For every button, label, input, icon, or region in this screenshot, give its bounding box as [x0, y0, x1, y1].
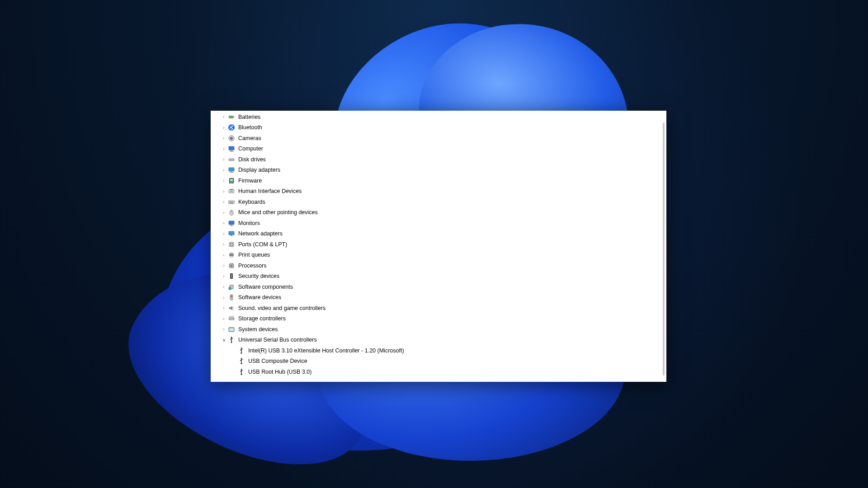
device-category-universal-serial-bus-controllers[interactable]: ∨Universal Serial Bus controllers	[217, 335, 661, 346]
device-category-keyboards[interactable]: ›Keyboards	[217, 197, 661, 207]
category-label: Print queues	[238, 252, 270, 258]
device-category-bluetooth[interactable]: ›Bluetooth	[217, 122, 661, 133]
device-category-monitors[interactable]: ›Monitors	[217, 218, 661, 229]
network-icon	[228, 230, 235, 237]
expand-caret-icon[interactable]: ›	[221, 242, 227, 247]
device-category-firmware[interactable]: ›Firmware	[217, 175, 661, 186]
expand-caret-icon[interactable]: ›	[221, 263, 227, 268]
security-icon	[228, 272, 235, 280]
expand-caret-icon[interactable]: ›	[221, 125, 227, 130]
device-category-display-adapters[interactable]: ›Display adapters	[217, 165, 661, 176]
hid-icon	[228, 188, 235, 195]
device-category-ports-com-lpt[interactable]: ›Ports (COM & LPT)	[217, 239, 661, 250]
category-label: Display adapters	[238, 167, 280, 173]
category-label: Batteries	[238, 114, 260, 120]
expand-caret-icon[interactable]: ›	[221, 327, 227, 332]
device-category-system-devices[interactable]: ›System devices	[217, 324, 661, 335]
device-category-human-interface-devices[interactable]: ›Human Interface Devices	[217, 186, 661, 197]
device-category-security-devices[interactable]: ›Security devices	[217, 271, 661, 282]
port-icon	[228, 241, 235, 248]
monitor-icon	[228, 220, 235, 227]
expand-caret-icon[interactable]: ›	[221, 114, 227, 119]
category-label: Universal Serial Bus controllers	[238, 337, 317, 343]
display-icon	[228, 166, 235, 174]
category-label: Security devices	[238, 273, 279, 279]
usb-icon	[228, 336, 235, 343]
expand-caret-icon[interactable]: ∨	[221, 338, 227, 343]
device-category-cameras[interactable]: ›Cameras	[217, 133, 661, 144]
desktop-wallpaper: ›Batteries›Bluetooth›Cameras›Computer›Di…	[0, 0, 868, 488]
expand-caret-icon[interactable]: ›	[221, 189, 227, 194]
category-label: Disk drives	[238, 156, 266, 163]
expand-caret-icon[interactable]: ›	[221, 210, 227, 215]
usb-icon	[238, 368, 245, 375]
mouse-icon	[228, 209, 235, 216]
expand-caret-icon[interactable]: ›	[221, 178, 227, 183]
disk-icon	[228, 156, 235, 163]
device-label: USB Composite Device	[248, 358, 307, 364]
expand-caret-icon[interactable]: ›	[221, 221, 227, 225]
expand-caret-icon[interactable]: ›	[221, 316, 227, 321]
device-item-usb-composite-device[interactable]: ›USB Composite Device	[217, 356, 661, 367]
expand-caret-icon[interactable]: ›	[221, 157, 227, 162]
device-category-batteries[interactable]: ›Batteries	[217, 112, 661, 122]
category-label: Network adapters	[238, 230, 283, 237]
vertical-scrollbar[interactable]	[663, 122, 665, 375]
category-label: Computer	[238, 145, 263, 152]
category-label: Human Interface Devices	[238, 188, 302, 194]
category-label: Storage controllers	[238, 315, 286, 322]
device-category-sound-video-and-game-controllers[interactable]: ›Sound, video and game controllers	[217, 303, 661, 314]
expand-caret-icon[interactable]: ›	[221, 274, 227, 279]
category-label: System devices	[238, 326, 278, 333]
device-item-usb-root-hub-usb-3-0[interactable]: ›USB Root Hub (USB 3.0)	[217, 366, 661, 377]
category-label: Software components	[238, 284, 293, 290]
firmware-icon	[228, 177, 235, 184]
device-category-processors[interactable]: ›Processors	[217, 260, 661, 271]
device-item-intel-r-usb-3-10-extensible-host-controller-1-20-microsoft[interactable]: ›Intel(R) USB 3.10 eXtensible Host Contr…	[217, 345, 661, 356]
expand-caret-icon[interactable]: ›	[221, 199, 227, 204]
device-category-disk-drives[interactable]: ›Disk drives	[217, 154, 661, 165]
expand-caret-icon[interactable]: ›	[221, 284, 227, 289]
device-category-print-queues[interactable]: ›Print queues	[217, 250, 661, 261]
category-label: Cameras	[238, 135, 261, 141]
expand-caret-icon[interactable]: ›	[221, 136, 227, 141]
category-label: Mice and other pointing devices	[238, 209, 318, 216]
device-category-software-devices[interactable]: ›Software devices	[217, 292, 661, 303]
system-icon	[228, 326, 235, 333]
expand-caret-icon[interactable]: ›	[221, 253, 227, 258]
swdev-icon	[228, 294, 235, 301]
swcomp-icon	[228, 283, 235, 291]
printer-icon	[228, 251, 235, 258]
category-label: Sound, video and game controllers	[238, 305, 326, 311]
cpu-icon	[228, 262, 235, 269]
device-category-network-adapters[interactable]: ›Network adapters	[217, 229, 661, 239]
category-label: Keyboards	[238, 199, 265, 205]
battery-icon	[228, 113, 235, 121]
device-category-computer[interactable]: ›Computer	[217, 144, 661, 155]
keyboard-icon	[228, 198, 235, 206]
category-label: Firmware	[238, 178, 262, 184]
category-label: Monitors	[238, 220, 260, 226]
category-label: Processors	[238, 263, 267, 269]
usb-icon	[238, 357, 245, 365]
category-label: Software devices	[238, 294, 281, 300]
storage-icon	[228, 315, 235, 322]
device-tree[interactable]: ›Batteries›Bluetooth›Cameras›Computer›Di…	[217, 112, 661, 379]
computer-icon	[228, 145, 235, 152]
expand-caret-icon[interactable]: ›	[221, 146, 227, 151]
sound-icon	[228, 305, 235, 312]
device-label: USB Root Hub (USB 3.0)	[248, 369, 311, 375]
device-category-mice-and-other-pointing-devices[interactable]: ›Mice and other pointing devices	[217, 207, 661, 218]
expand-caret-icon[interactable]: ›	[221, 295, 227, 300]
category-label: Bluetooth	[238, 124, 262, 131]
bluetooth-icon	[228, 124, 235, 131]
category-label: Ports (COM & LPT)	[238, 241, 287, 248]
device-manager-window: ›Batteries›Bluetooth›Cameras›Computer›Di…	[211, 111, 666, 382]
expand-caret-icon[interactable]: ›	[221, 305, 227, 310]
device-label: Intel(R) USB 3.10 eXtensible Host Contro…	[248, 347, 404, 354]
expand-caret-icon[interactable]: ›	[221, 231, 227, 236]
expand-caret-icon[interactable]: ›	[221, 168, 227, 173]
device-category-storage-controllers[interactable]: ›Storage controllers	[217, 314, 661, 324]
usb-icon	[238, 347, 245, 354]
device-category-software-components[interactable]: ›Software components	[217, 282, 661, 292]
